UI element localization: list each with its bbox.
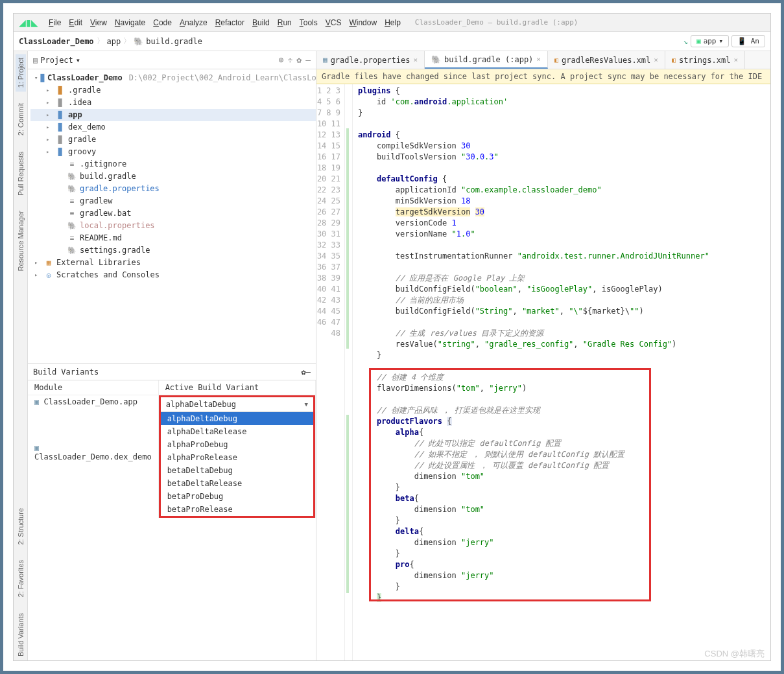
tree-item[interactable]: 🐘build.gradle (30, 170, 316, 183)
build-variants-panel: Build Variants ✿ — Module Active Build V… (28, 363, 316, 660)
run-config-selector[interactable]: ▣app ▾ (691, 35, 729, 47)
line-gutter: 1 2 3 4 5 6 7 8 9 10 11 12 13 14 15 16 1… (316, 84, 345, 660)
hide-icon[interactable]: — (306, 367, 311, 377)
editor-tab[interactable]: ◧gradleResValues.xml× (548, 51, 665, 69)
menu-vcs[interactable]: VCS (322, 17, 346, 29)
android-logo-icon: ◢▮◣ (19, 17, 38, 28)
expand-icon[interactable]: ÷ (288, 55, 293, 65)
project-tree[interactable]: ▾▉ClassLoader_DemoD:\002_Project\002_And… (28, 69, 316, 363)
variants-col-module: Module (28, 380, 158, 395)
locate-icon[interactable]: ⊕ (279, 55, 284, 65)
tree-item[interactable]: ≡README.md (30, 232, 316, 244)
build-icon[interactable]: ↘ (683, 37, 688, 46)
editor-tabs: ▦gradle.properties×🐘build.gradle (:app)×… (316, 51, 770, 69)
gear-icon[interactable]: ✿ (302, 367, 306, 377)
menu-tools[interactable]: Tools (296, 17, 322, 29)
tab-project[interactable]: 1: Project (16, 54, 26, 91)
menu-view[interactable]: View (86, 17, 111, 29)
variant-option[interactable]: betaProRelease (161, 503, 313, 516)
tab-commit[interactable]: 2: Commit (16, 99, 26, 139)
left-tool-strip: 1: Project 2: Commit Pull Requests Resou… (14, 51, 28, 660)
project-tool-header: ▤ Project ▾ ⊕ ÷ ✿ — (28, 51, 316, 69)
variant-option[interactable]: betaDeltaRelease (161, 477, 313, 490)
tree-item[interactable]: ▸▉gradle (30, 134, 316, 146)
close-icon[interactable]: × (536, 55, 541, 64)
tree-item[interactable]: ▸▉groovy (30, 146, 316, 158)
breadcrumb-file[interactable]: 🐘build.gradle (134, 37, 202, 46)
variant-option[interactable]: alphaProRelease (161, 451, 313, 464)
tab-build-variants[interactable]: Build Variants (16, 609, 26, 660)
close-icon[interactable]: × (413, 56, 418, 64)
variant-module-dexdemo: ▣ ClassLoader_Demo.dex_demo (28, 441, 158, 518)
menu-refactor[interactable]: Refactor (211, 17, 248, 29)
gear-icon[interactable]: ✿ (296, 55, 302, 65)
code-editor[interactable]: 1 2 3 4 5 6 7 8 9 10 11 12 13 14 15 16 1… (316, 84, 770, 660)
menu-analyze[interactable]: Analyze (176, 17, 211, 29)
editor-tab[interactable]: ▦gradle.properties× (316, 51, 425, 69)
menu-window[interactable]: Window (345, 17, 381, 29)
tree-item[interactable]: ▸◎Scratches and Consoles (30, 269, 316, 281)
menu-run[interactable]: Run (274, 17, 296, 29)
tree-item[interactable]: 🐘settings.gradle (30, 244, 316, 257)
tree-item[interactable]: 🐘local.properties (30, 220, 316, 232)
breadcrumb-root[interactable]: ClassLoader_Demo (19, 37, 94, 46)
tab-structure[interactable]: 2: Structure (16, 504, 26, 549)
project-tool-title: Project (40, 56, 73, 65)
tree-item[interactable]: ▸▉.gradle (30, 84, 316, 97)
variant-selected[interactable]: alphaDeltaDebug ▼ (161, 397, 313, 412)
window-context: ClassLoader_Demo – build.gradle (:app) (415, 18, 578, 27)
menu-edit[interactable]: Edit (65, 17, 86, 29)
menu-help[interactable]: Help (381, 17, 405, 29)
breadcrumb-bar: ClassLoader_Demo 〉 app 〉 🐘build.gradle ↘… (14, 32, 770, 51)
code-highlight-box (369, 368, 651, 601)
menu-navigate[interactable]: Navigate (111, 17, 149, 29)
variant-option[interactable]: betaProDebug (161, 490, 313, 503)
editor-tab[interactable]: ◧strings.xml× (665, 51, 745, 69)
menu-code[interactable]: Code (149, 17, 176, 29)
tree-item[interactable]: 🐘gradle.properties (30, 183, 316, 195)
tab-favorites[interactable]: 2: Favorites (16, 556, 26, 601)
close-icon[interactable]: × (733, 56, 738, 64)
editor-tab[interactable]: 🐘build.gradle (:app)× (425, 51, 548, 69)
tab-pull-requests[interactable]: Pull Requests (16, 148, 26, 200)
chevron-down-icon: ▼ (305, 401, 308, 408)
tree-item[interactable]: ▸▉app (30, 109, 316, 121)
variant-dropdown-highlight: alphaDeltaDebug ▼ alphaDeltaDebugalphaDe… (159, 395, 315, 518)
menu-file[interactable]: File (45, 17, 65, 29)
tree-item[interactable]: ▸▦External Libraries (30, 257, 316, 269)
gradle-sync-banner[interactable]: Gradle files have changed since last pro… (316, 69, 770, 84)
menu-build[interactable]: Build (248, 17, 274, 29)
menubar: ◢▮◣ FileEditViewNavigateCodeAnalyzeRefac… (14, 14, 770, 32)
tree-item[interactable]: ≡gradlew.bat (30, 207, 316, 220)
variant-option[interactable]: alphaDeltaRelease (161, 425, 313, 438)
code-content[interactable]: plugins { id 'com.android.application' }… (353, 84, 770, 660)
tab-resource-manager[interactable]: Resource Manager (16, 207, 26, 275)
variants-col-variant: Active Build Variant (158, 380, 315, 395)
breadcrumb-app[interactable]: app (107, 37, 121, 46)
fold-strip (345, 84, 353, 660)
device-selector[interactable]: 📱 An (731, 35, 765, 47)
build-variants-title: Build Variants (33, 367, 99, 377)
hide-icon[interactable]: — (305, 55, 311, 65)
variant-option[interactable]: alphaProDebug (161, 438, 313, 451)
tree-item[interactable]: ▸▉.idea (30, 97, 316, 109)
close-icon[interactable]: × (654, 56, 658, 64)
tree-item[interactable]: ≡.gitignore (30, 158, 316, 170)
variant-option[interactable]: alphaDeltaDebug (161, 412, 313, 425)
tree-item[interactable]: ≡gradlew (30, 195, 316, 207)
tree-item[interactable]: ▸▉dex_demo (30, 121, 316, 134)
variant-dropdown-list[interactable]: alphaDeltaDebugalphaDeltaReleasealphaPro… (161, 412, 313, 516)
variant-module-app: ▣ ClassLoader_Demo.app (28, 395, 158, 441)
tree-item[interactable]: ▾▉ClassLoader_DemoD:\002_Project\002_And… (30, 72, 316, 84)
variant-option[interactable]: betaDeltaDebug (161, 464, 313, 477)
